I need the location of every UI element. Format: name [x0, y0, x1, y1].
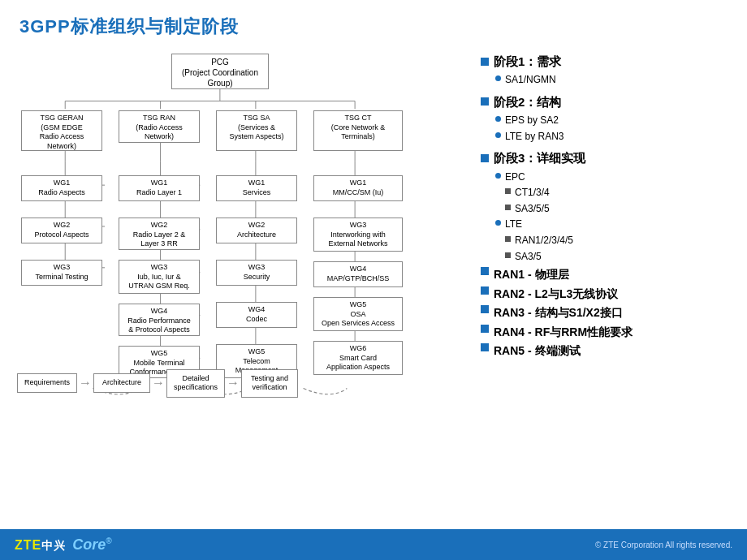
stage1-bullet [481, 58, 489, 66]
stage3-lte: LTE [495, 217, 734, 232]
ran-wg2: WG2Radio Layer 2 &Layer 3 RR [119, 218, 200, 250]
flow-architecture: Architecture [93, 373, 150, 393]
flow-arrow-3: → [227, 376, 240, 390]
flow-requirements: Requirements [17, 373, 77, 393]
content-area: PCG(Project CoordinationGroup) TSG GERAN… [0, 47, 747, 523]
ran5-text: RAN5 - 终端测试 [494, 343, 581, 360]
ran3-bullet [481, 305, 489, 313]
stage2-bullet [481, 97, 489, 106]
stage3-header: 阶段3：详细实现 [481, 149, 734, 167]
tsg-geran-box: TSG GERAN(GSM EDGERadio Access Network) [21, 110, 102, 151]
stage1-text1: SA1/NGMN [505, 72, 556, 88]
stage2-item1: EPS by SA2 [495, 113, 734, 128]
stage3-lte-text1: RAN1/2/3/4/5 [515, 233, 573, 248]
stage3-epc-text1: CT1/3/4 [515, 185, 550, 200]
ran2-text: RAN2 - L2与L3无线协议 [494, 286, 618, 303]
stage2-item2: LTE by RAN3 [495, 129, 734, 144]
tsg-sa-box: TSG SA(Services &System Aspects) [216, 110, 297, 151]
tsg-ran-box: TSG RAN(Radio Access Network) [119, 110, 200, 143]
flow-testing: Testing and verification [241, 369, 298, 398]
stage2-text2: LTE by RAN3 [505, 129, 563, 144]
stage3-lte-dot [495, 220, 501, 226]
ct-wg3: WG3Interworking withExternal Networks [313, 218, 403, 252]
stage3-epc-sq2 [505, 205, 511, 210]
stage3-epc-dot [495, 173, 501, 179]
stage2-dot1 [495, 116, 501, 122]
sa-wg3: WG3Security [216, 260, 297, 286]
ct-wg4: WG4MAP/GTP/BCH/SS [313, 261, 403, 287]
geran-wg3: WG3Terminal Testing [21, 260, 102, 286]
ran-wg3: WG3Iub, Iuc, Iur &UTRAN GSM Req. [119, 260, 200, 294]
zte-logo: ZTE中兴 [15, 536, 66, 554]
ran2-item: RAN2 - L2与L3无线协议 [481, 286, 734, 303]
stage1-dot1 [495, 75, 501, 81]
geran-wg1: WG1Radio Aspects [21, 175, 102, 201]
stage3-lte-text2: SA3/5 [515, 249, 542, 265]
stage3-lte-sq1 [505, 236, 511, 242]
stage1-item1: SA1/NGMN [495, 72, 734, 88]
sa-wg2: WG2Architecture [216, 218, 297, 243]
stage1-header: 阶段1：需求 [481, 52, 734, 71]
sa-wg1: WG1Services [216, 175, 297, 201]
stage3-epc-text2: SA3/5/5 [515, 201, 550, 217]
stage3-lte-sq2 [505, 252, 511, 258]
stage3-lte-sub1: RAN1/2/3/4/5 [505, 233, 734, 248]
right-panel: 阶段1：需求 SA1/NGMN 阶段2：结构 EPS by SA2 LTE by… [468, 47, 734, 523]
stage2-text1: EPS by SA2 [505, 113, 559, 128]
ran-wg4: WG4Radio Performance& Protocol Aspects [119, 304, 200, 336]
stage3-epc-sub1: CT1/3/4 [505, 185, 734, 200]
ran1-item: RAN1 - 物理层 [481, 267, 734, 283]
flow-detailed: Detailed specifications [166, 369, 225, 398]
tsg-ct-box: TSG CT(Core Network &Terminals) [313, 110, 403, 151]
page-title: 3GPP标准组织与制定阶段 [0, 0, 747, 47]
stage3-bullet [481, 154, 489, 162]
pcg-box: PCG(Project CoordinationGroup) [171, 54, 269, 89]
stage3-lte-sub2: SA3/5 [505, 249, 734, 265]
ran4-text: RAN4 - RF与RRM性能要求 [494, 325, 633, 341]
stage3-epc-label: EPC [505, 170, 525, 185]
footer-copyright: © ZTE Corporation All rights reserved. [595, 541, 732, 549]
ct-wg1: WG1MM/CC/SM (Iu) [313, 175, 403, 201]
ran-wg1: WG1Radio Layer 1 [119, 175, 200, 201]
ran3-text: RAN3 - 结构与S1/X2接口 [494, 305, 623, 321]
ct-wg5: WG5OSAOpen Services Access [313, 297, 403, 331]
stage3-epc-sub2: SA3/5/5 [505, 201, 734, 217]
stage3-lte-label: LTE [505, 217, 522, 232]
ct-wg6: WG6Smart CardApplication Aspects [313, 341, 403, 375]
ran1-text: RAN1 - 物理层 [494, 267, 569, 283]
ran3-item: RAN3 - 结构与S1/X2接口 [481, 305, 734, 321]
geran-wg2: WG2Protocol Aspects [21, 218, 102, 243]
stage2-title: 阶段2：结构 [494, 93, 561, 111]
ran4-bullet [481, 325, 489, 333]
ran4-item: RAN4 - RF与RRM性能要求 [481, 325, 734, 341]
footer-logo: ZTE中兴 Core® [15, 536, 112, 554]
sa-wg4: WG4Codec [216, 302, 297, 328]
stage3-title: 阶段3：详细实现 [494, 149, 585, 167]
core-logo: Core® [72, 536, 111, 554]
org-chart: PCG(Project CoordinationGroup) TSG GERAN… [13, 47, 419, 404]
stage3-epc: EPC [495, 170, 734, 185]
flow-arrow-1: → [79, 376, 92, 390]
stage2-dot2 [495, 132, 501, 138]
stage2-header: 阶段2：结构 [481, 93, 734, 111]
stage1-title: 阶段1：需求 [494, 52, 561, 71]
stage3-epc-sq1 [505, 188, 511, 194]
ran5-item: RAN5 - 终端测试 [481, 343, 734, 360]
footer-bar: ZTE中兴 Core® © ZTE Corporation All rights… [0, 529, 747, 560]
ran5-bullet [481, 343, 489, 351]
ran1-bullet [481, 267, 489, 275]
process-flow: Requirements → Architecture → Detailed s… [17, 369, 298, 398]
org-chart-panel: PCG(Project CoordinationGroup) TSG GERAN… [13, 47, 468, 523]
ran2-bullet [481, 286, 489, 295]
flow-arrow-2: → [152, 376, 165, 390]
